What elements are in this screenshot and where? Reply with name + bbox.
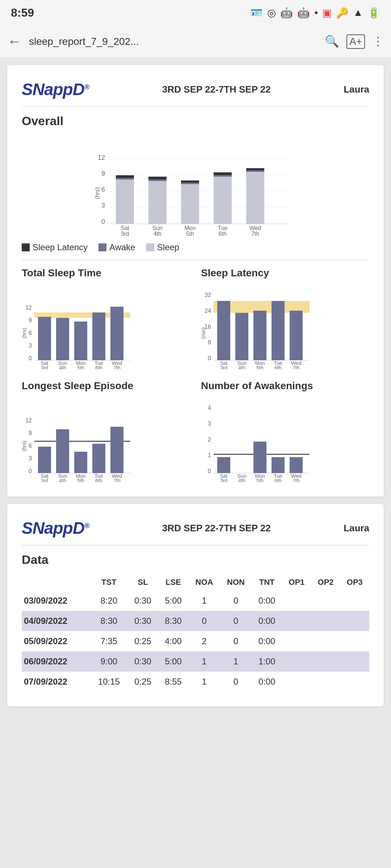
battery-icon: 🔋 <box>367 7 380 19</box>
cell-data: 0 <box>220 611 252 631</box>
noa-bar-mon <box>253 442 266 473</box>
sl-bar-tue <box>272 301 285 360</box>
cell-data <box>311 672 340 692</box>
sl-section: Sleep Latency 0 8 16 24 32 (min) <box>201 267 369 369</box>
divider-1 <box>22 106 369 107</box>
svg-text:0: 0 <box>29 468 32 474</box>
cell-data: 0:25 <box>127 631 158 651</box>
tab-icon[interactable]: A+ <box>346 34 365 49</box>
cell-data <box>311 591 340 611</box>
svg-text:(hrs): (hrs) <box>22 328 27 339</box>
col-sl: SL <box>127 574 158 591</box>
legend-box-latency <box>22 243 30 251</box>
svg-text:0: 0 <box>29 355 32 361</box>
svg-text:12: 12 <box>98 154 105 161</box>
svg-text:3rd: 3rd <box>220 478 227 482</box>
svg-text:9: 9 <box>29 317 32 323</box>
dot-icon: • <box>314 7 318 18</box>
data-table: TST SL LSE NOA NON TNT OP1 OP2 OP3 03/09… <box>22 574 369 692</box>
divider-3 <box>22 545 369 545</box>
status-bar: 8:59 🪪 ◎ 🤖 🤖 • ▣ 🔑 ▲ 🔋 <box>0 0 391 25</box>
svg-text:4th: 4th <box>154 231 161 237</box>
noa-section: Number of Awakenings 0 1 2 3 4 <box>201 380 369 482</box>
menu-icon[interactable]: ⋮ <box>372 34 384 49</box>
noa-bar-tue <box>272 457 285 473</box>
report-header-1: SNappD® 3RD SEP 22-7TH SEP 22 Laura <box>22 80 369 99</box>
svg-text:0: 0 <box>208 468 211 474</box>
key-icon: 🔑 <box>336 7 349 19</box>
svg-text:12: 12 <box>25 417 32 424</box>
svg-text:5th: 5th <box>186 231 194 237</box>
svg-rect-21 <box>181 184 199 224</box>
svg-text:(min): (min) <box>201 327 206 339</box>
sl-svg: 0 8 16 24 32 (min) Sat <box>201 282 317 369</box>
svg-text:12: 12 <box>25 305 32 311</box>
legend-sleep: Sleep <box>146 242 179 252</box>
cell-data <box>340 651 369 672</box>
svg-text:(hrs): (hrs) <box>94 187 100 199</box>
report-header-2: SNappD® 3RD SEP 22-7TH SEP 22 Laura <box>22 518 369 538</box>
tst-bar-wed <box>110 307 123 360</box>
cell-data: 0:30 <box>127 591 158 611</box>
back-button[interactable]: ← <box>7 33 22 50</box>
sl-bar-mon <box>253 311 266 360</box>
cell-data <box>282 591 311 611</box>
wifi-icon: ▲ <box>353 7 363 18</box>
table-row: 03/09/20228:200:305:00100:00 <box>22 591 369 611</box>
lse-bar-tue <box>92 444 105 473</box>
search-page-icon[interactable]: 🔍 <box>325 34 339 49</box>
lse-bar-sat <box>38 447 51 473</box>
svg-text:6th: 6th <box>274 365 281 369</box>
cell-data <box>311 631 340 651</box>
charts-grid: Total Sleep Time 0 3 6 9 12 (hrs) <box>22 267 369 482</box>
bar-tue: Tue 6th <box>214 173 232 237</box>
svg-rect-33 <box>246 168 264 170</box>
cell-data: 0 <box>189 611 220 631</box>
tst-title: Total Sleep Time <box>22 267 190 279</box>
cell-data: 10:15 <box>90 672 127 692</box>
lse-bar-wed <box>110 427 123 473</box>
svg-text:9: 9 <box>101 170 105 177</box>
svg-rect-28 <box>214 173 232 175</box>
svg-rect-13 <box>116 175 134 178</box>
svg-text:3rd: 3rd <box>41 478 48 482</box>
tst-bar-mon <box>74 322 87 360</box>
cell-data: 5:00 <box>158 651 189 672</box>
svg-text:6th: 6th <box>219 231 227 237</box>
noa-bar-wed <box>290 457 303 473</box>
overall-chart: 0 3 6 9 12 (hrs) Sat 3rd <box>22 135 369 237</box>
chart-legend: Sleep Latency Awake Sleep <box>22 242 369 252</box>
overall-svg: 0 3 6 9 12 (hrs) Sat 3rd <box>94 135 297 237</box>
address-bar[interactable]: sleep_report_7_9_202... <box>29 36 318 47</box>
svg-text:7th: 7th <box>293 478 299 482</box>
svg-text:(hrs): (hrs) <box>22 441 27 451</box>
svg-text:2: 2 <box>208 437 211 443</box>
bar-sat: Sat 3rd <box>116 175 134 237</box>
cell-data: 0:00 <box>252 631 282 651</box>
legend-awake: Awake <box>98 242 135 252</box>
status-time: 8:59 <box>11 6 34 20</box>
cell-data: 0 <box>220 591 252 611</box>
svg-text:6th: 6th <box>274 478 281 482</box>
report-date-1: 3RD SEP 22-7TH SEP 22 <box>162 84 271 95</box>
cell-data: 2 <box>189 631 220 651</box>
logo-1: SNappD® <box>22 80 89 99</box>
cell-data: 1 <box>220 651 252 672</box>
lse-bar-mon <box>74 452 87 473</box>
bar-wed: Wed 7th <box>246 168 264 237</box>
tst-bar-tue <box>92 312 105 360</box>
cell-data <box>282 651 311 672</box>
svg-rect-27 <box>214 175 232 177</box>
tst-bar-sun <box>56 318 69 360</box>
col-op3: OP3 <box>340 574 369 591</box>
svg-text:0: 0 <box>208 355 211 361</box>
table-header-row: TST SL LSE NOA NON TNT OP1 OP2 OP3 <box>22 574 369 591</box>
svg-rect-32 <box>246 170 264 172</box>
cell-data <box>340 631 369 651</box>
svg-text:5th: 5th <box>256 365 263 369</box>
legend-label-awake: Awake <box>109 242 135 252</box>
svg-text:6: 6 <box>29 330 32 336</box>
svg-text:4th: 4th <box>59 478 66 482</box>
legend-label-sleep: Sleep <box>157 242 179 252</box>
svg-text:6th: 6th <box>95 478 102 482</box>
